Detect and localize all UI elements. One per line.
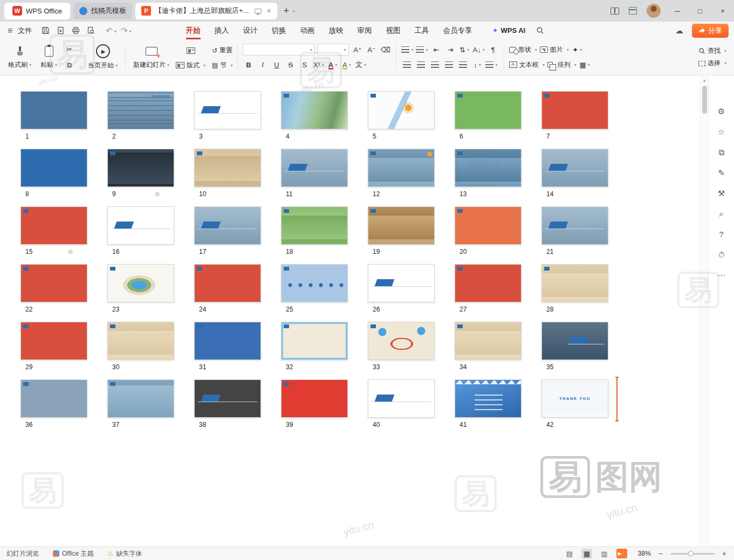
- shapes-button[interactable]: 形状: [509, 45, 537, 54]
- slide-thumbnail-7[interactable]: [541, 91, 608, 129]
- slide-thumbnail-1[interactable]: [20, 91, 87, 129]
- scroll-up-icon[interactable]: ▴: [701, 76, 708, 83]
- doc-tab-presentation[interactable]: P 【迪卡侬】上海总部旗舰店+... ×: [135, 3, 277, 19]
- italic-button[interactable]: I: [257, 59, 268, 71]
- file-menu[interactable]: 文件: [18, 26, 32, 36]
- slide-thumbnail-13[interactable]: [455, 149, 522, 187]
- arrange-button[interactable]: 排列: [547, 60, 577, 70]
- reset-button[interactable]: ↺重置: [212, 46, 232, 55]
- slide-thumbnail-8[interactable]: [20, 149, 87, 187]
- slide-thumbnail-34[interactable]: [455, 322, 522, 360]
- export-pdf-icon[interactable]: [57, 26, 65, 34]
- paragraph-settings-button[interactable]: ¶: [488, 44, 499, 56]
- ribbon-tab-动画[interactable]: 动画: [293, 23, 322, 39]
- wps-home-tab[interactable]: W WPS Office: [4, 3, 70, 19]
- ribbon-tab-工具[interactable]: 工具: [408, 23, 436, 39]
- maximize-button[interactable]: □: [689, 0, 711, 22]
- clear-format-button[interactable]: ⌫: [380, 44, 391, 56]
- redo-icon[interactable]: ↷: [121, 26, 132, 36]
- cloud-sync-icon[interactable]: ☁: [675, 26, 683, 36]
- line-spacing-button[interactable]: ↕: [471, 59, 483, 71]
- slide-thumbnail-16[interactable]: [107, 206, 174, 245]
- reading-view-button[interactable]: ▥: [599, 549, 609, 559]
- slide-thumbnail-12[interactable]: [368, 149, 435, 187]
- slideshow-play-button[interactable]: ▶: [616, 549, 627, 558]
- new-slide-button[interactable]: + 新建幻灯片: [131, 45, 172, 70]
- zoom-in-button[interactable]: +: [721, 549, 728, 558]
- undo-icon[interactable]: ↶: [106, 26, 116, 36]
- distribute-button[interactable]: [457, 59, 469, 71]
- zoom-slider[interactable]: [670, 553, 715, 555]
- font-color-button[interactable]: A: [327, 59, 338, 71]
- highlight-color-button[interactable]: A: [341, 59, 352, 71]
- slide-thumbnail-25[interactable]: [281, 264, 348, 302]
- missing-fonts-button[interactable]: ⚠缺失字体: [107, 549, 142, 558]
- slide-thumbnail-31[interactable]: [194, 322, 261, 360]
- normal-view-button[interactable]: ▤: [564, 549, 575, 559]
- color-scheme-button[interactable]: ▦: [579, 59, 591, 71]
- slide-thumbnail-28[interactable]: [541, 264, 608, 302]
- ribbon-tab-会员专享[interactable]: 会员专享: [436, 23, 479, 39]
- share-button[interactable]: 分享: [692, 24, 729, 38]
- ribbon-tab-视图[interactable]: 视图: [379, 23, 408, 39]
- ribbon-tab-插入[interactable]: 插入: [208, 23, 236, 39]
- find-button[interactable]: 查找: [698, 46, 726, 56]
- slide-thumbnail-37[interactable]: [107, 379, 174, 418]
- search-doc-icon[interactable]: ⌕: [719, 210, 723, 218]
- columns-button[interactable]: [485, 59, 497, 71]
- favorites-icon[interactable]: ☆: [718, 128, 725, 136]
- slide-thumbnail-41[interactable]: [455, 379, 522, 418]
- section-button[interactable]: ▤节: [212, 61, 232, 70]
- slide-thumbnail-29[interactable]: [20, 322, 87, 360]
- doc-tab-template-site[interactable]: 找稿壳模板: [73, 3, 132, 19]
- ribbon-tab-切换[interactable]: 切换: [265, 23, 293, 39]
- slide-sorter-view-button[interactable]: ▦: [581, 549, 592, 559]
- slide-thumbnail-20[interactable]: [455, 206, 522, 245]
- slide-thumbnail-5[interactable]: [368, 91, 435, 129]
- slide-thumbnail-9[interactable]: [107, 149, 174, 187]
- sort-text-button[interactable]: A↓: [472, 44, 484, 56]
- split-view-icon[interactable]: [610, 8, 619, 15]
- slide-thumbnail-4[interactable]: [281, 91, 348, 129]
- wps-ai-button[interactable]: ✦ WPS AI: [492, 26, 526, 34]
- slide-thumbnail-18[interactable]: [281, 206, 348, 245]
- new-tab-button[interactable]: +: [284, 5, 290, 17]
- paste-button[interactable]: 粘贴: [38, 45, 60, 70]
- annotate-icon[interactable]: ✎: [718, 169, 725, 177]
- slide-thumbnail-2[interactable]: Contents: [107, 91, 174, 129]
- slide-thumbnail-21[interactable]: [541, 206, 608, 245]
- hamburger-menu-icon[interactable]: ≡: [8, 26, 12, 36]
- slide-thumbnail-32[interactable]: [281, 322, 348, 360]
- align-left-button[interactable]: [401, 59, 413, 71]
- increase-indent-button[interactable]: ⇥: [444, 44, 456, 56]
- user-avatar[interactable]: [647, 4, 661, 18]
- beautify-button[interactable]: ✦: [572, 44, 583, 56]
- close-tab-icon[interactable]: ×: [266, 6, 271, 15]
- slide-thumbnail-3[interactable]: [194, 91, 261, 129]
- slide-thumbnail-26[interactable]: [368, 264, 435, 302]
- close-window-button[interactable]: ×: [711, 0, 734, 22]
- slide-thumbnail-42[interactable]: THANK YOU: [541, 379, 608, 418]
- ribbon-tab-设计[interactable]: 设计: [236, 23, 265, 39]
- clipboard-icon[interactable]: ⧉: [718, 148, 724, 156]
- slide-thumbnail-24[interactable]: [194, 264, 261, 302]
- justify-button[interactable]: [443, 59, 455, 71]
- underline-button[interactable]: U: [271, 59, 282, 71]
- strikethrough-button[interactable]: S: [285, 59, 296, 71]
- history-icon[interactable]: ⏱: [718, 251, 725, 259]
- decrease-font-button[interactable]: A⁻: [366, 44, 377, 56]
- font-size-combobox[interactable]: [318, 44, 349, 56]
- print-preview-icon[interactable]: [87, 26, 95, 34]
- present-monitor-icon[interactable]: [255, 9, 262, 13]
- slide-thumbnail-14[interactable]: [541, 149, 608, 187]
- font-family-combobox[interactable]: [243, 44, 315, 56]
- slide-thumbnail-22[interactable]: [20, 264, 87, 302]
- slide-thumbnail-11[interactable]: [281, 149, 348, 187]
- zoom-slider-thumb[interactable]: [688, 551, 694, 556]
- decrease-indent-button[interactable]: ⇤: [430, 44, 442, 56]
- text-direction-button[interactable]: ⇅: [458, 44, 470, 56]
- textbox-button[interactable]: 文本框: [509, 60, 545, 70]
- increase-font-button[interactable]: A⁺: [352, 44, 363, 56]
- slide-thumbnail-36[interactable]: [20, 379, 87, 418]
- ribbon-tab-放映[interactable]: 放映: [322, 23, 351, 39]
